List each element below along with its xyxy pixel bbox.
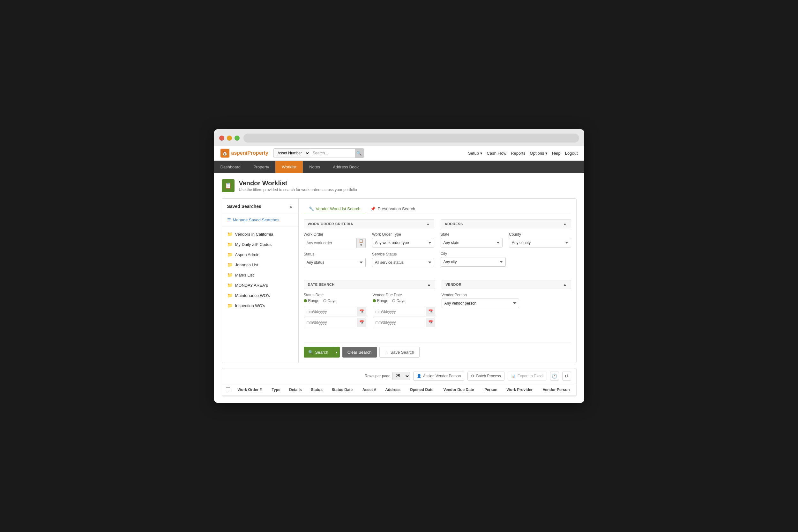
reports-link[interactable]: Reports — [511, 151, 525, 156]
status-date-range-radio[interactable]: Range — [304, 299, 319, 303]
county-select[interactable]: Any county — [509, 238, 571, 247]
url-bar[interactable] — [243, 134, 579, 142]
saved-search-item[interactable]: 📁 Inspection WO's — [222, 301, 298, 311]
saved-search-item[interactable]: 📁 Marks List — [222, 270, 298, 280]
results-toolbar: Rows per page 25 50 100 👤 Assign Vendor … — [222, 368, 576, 384]
city-select[interactable]: Any city — [441, 257, 506, 267]
refresh-button[interactable]: ↺ — [562, 372, 571, 380]
folder-icon: 📁 — [227, 272, 233, 278]
traffic-light-green[interactable] — [235, 136, 240, 141]
saved-search-item[interactable]: 📁 Maintenance WO's — [222, 290, 298, 301]
nav-addressbook[interactable]: Address Book — [327, 161, 365, 173]
status-date-label: Status Date — [304, 293, 366, 297]
page-header-text: Vendor Worklist Use the filters provided… — [239, 179, 357, 192]
county-field: County Any county — [509, 232, 571, 247]
status-date-to-calendar[interactable]: 📅 — [357, 318, 366, 327]
options-link[interactable]: Options ▾ — [530, 151, 548, 156]
star-icon: ☆ — [385, 350, 389, 355]
nav-property[interactable]: Property — [247, 161, 275, 173]
batch-process-button[interactable]: ⚙ Batch Process — [467, 372, 504, 380]
saved-search-item[interactable]: 📁 Vendors in California — [222, 229, 298, 239]
vendor-due-date-options: Range Days — [373, 299, 435, 303]
search-button[interactable]: 🔍 — [355, 149, 364, 157]
status-date-from-input[interactable] — [304, 307, 357, 316]
work-order-type-select[interactable]: Any work order type — [372, 238, 434, 247]
sidebar: Saved Searches ▲ ☰ Manage Saved Searches… — [222, 199, 299, 363]
search-type-select[interactable]: Asset Number Work Order Address — [274, 149, 310, 157]
cashflow-link[interactable]: Cash Flow — [487, 151, 506, 156]
refresh-icon: ↺ — [565, 374, 569, 379]
export-excel-button[interactable]: 📊 Export to Excel — [508, 372, 547, 380]
col-person: Person — [481, 384, 503, 396]
collapse-icon: ▲ — [426, 222, 430, 226]
vendor-header[interactable]: VENDOR ▲ — [442, 280, 571, 289]
search-dropdown-btn[interactable]: ▾ — [333, 347, 340, 358]
state-select[interactable]: Any state — [441, 238, 503, 247]
select-all-checkbox[interactable] — [226, 387, 230, 391]
work-order-criteria-header[interactable]: WORK ORDER CRITERIA ▲ — [304, 220, 434, 228]
vendor-due-from-calendar[interactable]: 📅 — [426, 307, 435, 316]
table-header: Work Order # Type Details Status — [222, 384, 576, 396]
assign-vendor-button[interactable]: 👤 Assign Vendor Person — [413, 372, 465, 380]
nav-dashboard[interactable]: Dashboard — [214, 161, 247, 173]
history-button[interactable]: 🕐 — [550, 372, 559, 380]
page-header: 📋 Vendor Worklist Use the filters provid… — [222, 179, 577, 192]
status-label: Status — [304, 252, 366, 256]
manage-saved-searches-link[interactable]: ☰ Manage Saved Searches — [222, 215, 298, 226]
status-date-options: Range Days — [304, 299, 366, 303]
tab-preservation[interactable]: 📌 Preservation Search — [365, 204, 420, 214]
tab-vendor-worklist[interactable]: 🔧 Vendor WorkList Search — [304, 204, 366, 214]
status-select[interactable]: Any status — [304, 258, 366, 267]
radio-empty — [392, 299, 395, 302]
select-all-header — [222, 384, 234, 396]
work-order-label: Work Order — [304, 232, 366, 237]
sidebar-toggle[interactable]: ▲ — [289, 204, 293, 209]
logout-link[interactable]: Logout — [565, 151, 578, 156]
work-order-criteria-section: WORK ORDER CRITERIA ▲ Work Order 📋 ▾ — [304, 220, 434, 272]
person-icon: 👤 — [417, 374, 422, 378]
radio-dot — [304, 299, 307, 302]
col-status: Status — [307, 384, 328, 396]
status-date-days-radio[interactable]: Days — [323, 299, 336, 303]
saved-search-item[interactable]: 📁 My Daily ZIP Codes — [222, 239, 298, 249]
address-header[interactable]: ADDRESS ▲ — [441, 220, 571, 228]
nav-notes[interactable]: Notes — [303, 161, 327, 173]
search-icon: 🔍 — [308, 350, 313, 355]
search-main-btn[interactable]: 🔍 Search — [304, 347, 333, 358]
saved-searches-title: Saved Searches — [227, 204, 261, 209]
vendor-due-range-radio[interactable]: Range — [373, 299, 388, 303]
folder-icon: 📁 — [227, 303, 233, 308]
nav-worklist[interactable]: Worklist — [275, 161, 303, 173]
save-search-button[interactable]: ☆ Save Search — [379, 347, 420, 358]
service-status-label: Service Status — [372, 252, 434, 256]
vendor-due-to-input[interactable] — [373, 318, 426, 327]
work-order-type-field: Work Order Type Any work order type — [372, 232, 434, 248]
status-date-field: Status Date Range Days — [304, 293, 366, 327]
collapse-icon: ▲ — [563, 222, 567, 226]
vendor-due-from-input[interactable] — [373, 307, 426, 316]
search-input[interactable] — [310, 149, 355, 157]
rows-per-page-select[interactable]: 25 50 100 — [392, 372, 410, 380]
service-status-select[interactable]: All service status — [372, 258, 434, 267]
traffic-light-red[interactable] — [219, 136, 224, 141]
work-order-copy-btn[interactable]: 📋 ▾ — [356, 238, 365, 248]
saved-search-item[interactable]: 📁 Aspen Admin — [222, 249, 298, 260]
clear-search-button[interactable]: Clear Search — [342, 347, 377, 358]
page-content: 📋 Vendor Worklist Use the filters provid… — [214, 173, 584, 403]
status-date-from-calendar[interactable]: 📅 — [357, 307, 366, 316]
vendor-person-select[interactable]: Any vendor person — [442, 299, 519, 308]
vendor-due-days-radio[interactable]: Days — [392, 299, 405, 303]
saved-search-item[interactable]: 📁 MONDAY AREA's — [222, 280, 298, 290]
setup-link[interactable]: Setup ▾ — [468, 151, 482, 156]
pin-icon: 📌 — [370, 206, 375, 211]
vendor-due-to-calendar[interactable]: 📅 — [426, 318, 435, 327]
status-date-to-input[interactable] — [304, 318, 357, 327]
traffic-light-yellow[interactable] — [227, 136, 232, 141]
saved-search-item[interactable]: 📁 Joannas List — [222, 260, 298, 270]
date-search-header[interactable]: DATE SEARCH ▲ — [304, 280, 435, 289]
batch-icon: ⚙ — [471, 374, 475, 378]
main-nav: Dashboard Property Worklist Notes Addres… — [214, 161, 584, 173]
collapse-icon: ▲ — [427, 283, 431, 286]
work-order-input[interactable] — [304, 238, 357, 248]
help-link[interactable]: Help — [552, 151, 561, 156]
